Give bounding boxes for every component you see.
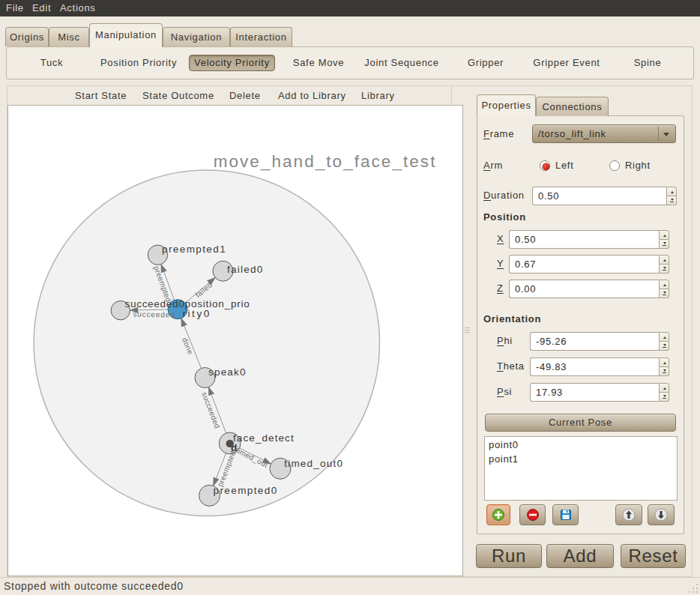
svg-text:timed_out0: timed_out0 bbox=[284, 458, 343, 469]
svg-text:face_detect: face_detect bbox=[233, 432, 294, 444]
svg-text:succeeded: succeeded bbox=[133, 310, 175, 319]
svg-text:preempted1: preempted1 bbox=[162, 244, 226, 255]
svg-text:succeeded0: succeeded0 bbox=[125, 298, 185, 309]
svg-text:speak0: speak0 bbox=[208, 366, 246, 378]
svg-text:failed0: failed0 bbox=[227, 264, 263, 275]
svg-text:move_hand_to_face_test: move_hand_to_face_test bbox=[214, 152, 435, 171]
